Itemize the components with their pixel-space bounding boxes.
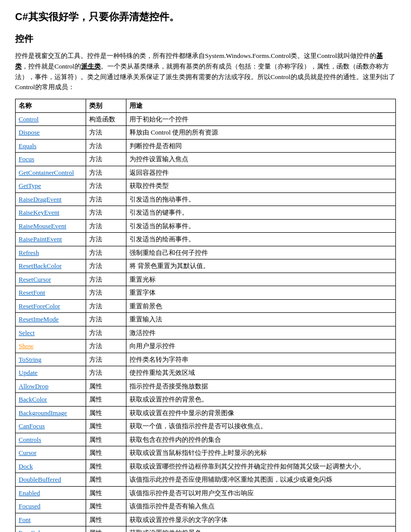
table-row: GetType方法获取控件类型 xyxy=(16,179,396,193)
member-type: 方法 xyxy=(86,326,126,340)
member-desc: 重置输入法 xyxy=(126,313,396,326)
member-type: 方法 xyxy=(86,153,126,166)
member-desc: 该值指示控件是否可以对用户交互作出响应 xyxy=(126,486,396,500)
member-name[interactable]: ResetFont xyxy=(16,286,86,300)
member-desc: 该值指示此控件是否应使用辅助缓冲区重绘其图面，以减少或避免闪烁 xyxy=(126,473,396,487)
member-desc: 获取包含在控件内的控件的集合 xyxy=(126,433,396,446)
member-type: 方法 xyxy=(86,192,126,206)
member-type: 属性 xyxy=(86,393,126,407)
header-type: 类别 xyxy=(86,99,126,113)
member-desc: 获取或设置控件显示的文字的字体 xyxy=(126,513,396,526)
member-type: 方法 xyxy=(86,273,126,286)
member-name[interactable]: Update xyxy=(16,366,86,380)
table-row: Cursor属性获取或设置当鼠标指针位于控件上时显示的光标 xyxy=(16,446,396,460)
member-type: 方法 xyxy=(86,286,126,300)
member-type: 方法 xyxy=(86,206,126,220)
table-row: ResetImeMode方法重置输入法 xyxy=(16,313,396,326)
member-desc: 控件类名转为字符串 xyxy=(126,353,396,366)
member-name[interactable]: Select xyxy=(16,326,86,340)
member-name[interactable]: Refresh xyxy=(16,246,86,259)
member-type: 属性 xyxy=(86,526,126,532)
member-name[interactable]: Dock xyxy=(16,459,86,473)
table-row: GetContainerControl方法返回容器控件 xyxy=(16,166,396,179)
member-desc: 获取或设置哪些控件边框停靠到其父控件并确定控件如何随其父级一起调整大小。 xyxy=(126,459,396,473)
intro-paragraph: 控件是视窗交互的工具。控件是一种特殊的类，所有控件都继承自System.Wind… xyxy=(15,51,396,93)
member-name[interactable]: Dispose xyxy=(16,126,86,140)
table-row: Controls属性获取包含在控件内的控件的集合 xyxy=(16,433,396,446)
member-name[interactable]: BackgroundImage xyxy=(16,406,86,420)
section-heading: 控件 xyxy=(15,33,396,45)
member-desc: 强制重绘自己和任何子控件 xyxy=(126,246,396,259)
table-row: ForeColor属性获取或设置控件的前景色 xyxy=(16,526,396,532)
table-row: BackgroundImage属性获取或设置在控件中显示的背景图像 xyxy=(16,406,396,420)
member-desc: 获取或设置当鼠标指针位于控件上时显示的光标 xyxy=(126,446,396,460)
member-type: 属性 xyxy=(86,473,126,487)
member-type: 属性 xyxy=(86,513,126,526)
member-type: 方法 xyxy=(86,366,126,380)
member-desc: 用于初始化一个控件 xyxy=(126,112,396,126)
table-row: ToString方法控件类名转为字符串 xyxy=(16,353,396,366)
member-name[interactable]: ResetCursor xyxy=(16,273,86,286)
table-row: RaisePaintEvent方法引发适当的绘画事件。 xyxy=(16,233,396,246)
header-desc: 用途 xyxy=(126,99,396,113)
member-type: 方法 xyxy=(86,139,126,153)
member-name[interactable]: RaiseMouseEvent xyxy=(16,219,86,233)
member-type: 方法 xyxy=(86,219,126,233)
member-name[interactable]: DoubleBuffered xyxy=(16,473,86,487)
table-row: Font属性获取或设置控件显示的文字的字体 xyxy=(16,513,396,526)
member-name[interactable]: ToString xyxy=(16,353,86,366)
member-name[interactable]: Font xyxy=(16,513,86,526)
table-row: Control构造函数用于初始化一个控件 xyxy=(16,112,396,126)
member-name[interactable]: ResetImeMode xyxy=(16,313,86,326)
member-type: 属性 xyxy=(86,420,126,433)
member-desc: 为控件设置输入焦点 xyxy=(126,153,396,166)
member-desc: 获取或设置控件的背景色。 xyxy=(126,393,396,407)
member-name[interactable]: ForeColor xyxy=(16,526,86,532)
member-name[interactable]: RaisePaintEvent xyxy=(16,233,86,246)
member-type: 方法 xyxy=(86,246,126,259)
member-name[interactable]: Focus xyxy=(16,153,86,166)
member-type: 方法 xyxy=(86,166,126,179)
member-name[interactable]: Controls xyxy=(16,433,86,446)
member-desc: 释放由 Control 使用的所有资源 xyxy=(126,126,396,140)
member-name[interactable]: GetContainerControl xyxy=(16,166,86,179)
member-name[interactable]: AllowDrop xyxy=(16,379,86,393)
member-name[interactable]: BackColor xyxy=(16,393,86,407)
members-table: 名称 类别 用途 Control构造函数用于初始化一个控件Dispose方法释放… xyxy=(15,99,396,532)
page-title: C#其实很好学，只要你弄清楚控件。 xyxy=(15,10,396,24)
member-desc: 激活控件 xyxy=(126,326,396,340)
member-type: 方法 xyxy=(86,299,126,313)
table-row: Equals方法判断控件是否相同 xyxy=(16,139,396,153)
member-desc: 重置字体 xyxy=(126,286,396,300)
member-desc: 重置前景色 xyxy=(126,299,396,313)
table-row: Select方法激活控件 xyxy=(16,326,396,340)
member-type: 方法 xyxy=(86,353,126,366)
member-name[interactable]: Enabled xyxy=(16,486,86,500)
table-row: AllowDrop属性指示控件是否接受拖放数据 xyxy=(16,379,396,393)
member-desc: 重置光标 xyxy=(126,273,396,286)
member-name[interactable]: Control xyxy=(16,112,86,126)
member-name[interactable]: Show xyxy=(16,340,86,353)
member-type: 属性 xyxy=(86,486,126,500)
member-desc: 向用户显示控件 xyxy=(126,340,396,353)
member-desc: 引发适当的绘画事件。 xyxy=(126,233,396,246)
member-desc: 指示控件是否接受拖放数据 xyxy=(126,379,396,393)
member-type: 属性 xyxy=(86,433,126,446)
member-desc: 获取或设置在控件中显示的背景图像 xyxy=(126,406,396,420)
member-name[interactable]: ResetBackColor xyxy=(16,259,86,273)
member-name[interactable]: Focused xyxy=(16,500,86,513)
member-name[interactable]: GetType xyxy=(16,179,86,193)
member-name[interactable]: RaiseKeyEvent xyxy=(16,206,86,220)
table-row: BackColor属性获取或设置控件的背景色。 xyxy=(16,393,396,407)
table-row: Dispose方法释放由 Control 使用的所有资源 xyxy=(16,126,396,140)
member-name[interactable]: RaiseDragEvent xyxy=(16,192,86,206)
member-desc: 引发适当的拖动事件。 xyxy=(126,192,396,206)
table-row: Refresh方法强制重绘自己和任何子控件 xyxy=(16,246,396,259)
member-name[interactable]: Cursor xyxy=(16,446,86,460)
member-desc: 获取一个值，该值指示控件是否可以接收焦点。 xyxy=(126,420,396,433)
member-name[interactable]: CanFocus xyxy=(16,420,86,433)
member-type: 方法 xyxy=(86,340,126,353)
member-name[interactable]: ResetForeColor xyxy=(16,299,86,313)
member-desc: 引发适当的键事件。 xyxy=(126,206,396,220)
member-name[interactable]: Equals xyxy=(16,139,86,153)
